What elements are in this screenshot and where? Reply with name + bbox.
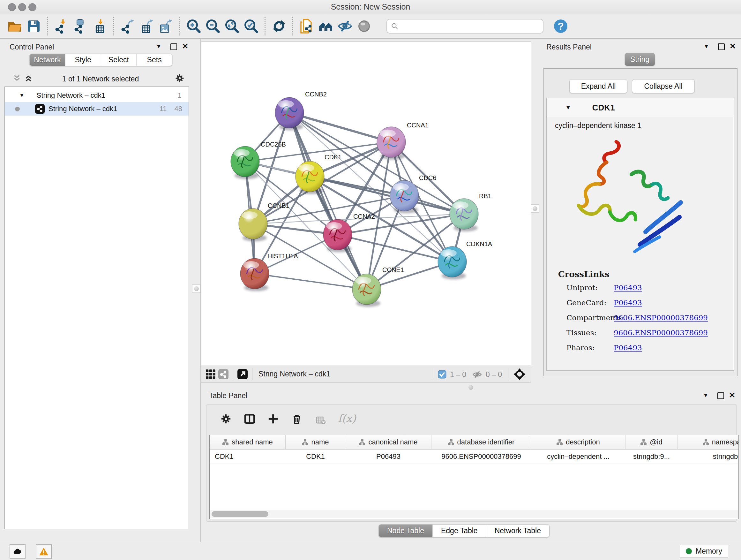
memory-button[interactable]: Memory: [680, 545, 728, 557]
tab-network[interactable]: Network: [30, 54, 65, 66]
tab-select[interactable]: Select: [101, 54, 137, 66]
export-table-icon[interactable]: [137, 16, 156, 36]
tab-network-table[interactable]: Network Table: [486, 524, 549, 537]
network-collection-row[interactable]: ▼ String Network – cdk1 1: [5, 89, 189, 102]
export-network-icon[interactable]: [118, 16, 137, 36]
scrollbar-thumb[interactable]: [212, 511, 268, 517]
node-CCNB1[interactable]: [239, 208, 267, 241]
control-panel-collapse-icon[interactable]: ▼: [156, 43, 162, 50]
table-cell[interactable]: P06493: [345, 449, 431, 463]
crosslink-value-link[interactable]: 9606.ENSP00000378699: [614, 328, 708, 337]
import-network-database-icon[interactable]: [71, 16, 90, 36]
node-CDKN1A[interactable]: [438, 246, 467, 279]
add-column-plus-icon[interactable]: [268, 414, 279, 424]
zoom-selected-icon[interactable]: [242, 16, 261, 36]
open-session-icon[interactable]: [5, 16, 24, 36]
expand-all-networks-icon[interactable]: [23, 73, 33, 83]
network-row-selected[interactable]: String Network – cdk1 11 48: [5, 102, 189, 116]
node-CDK1[interactable]: [295, 161, 324, 194]
node-CCNB2[interactable]: [275, 98, 304, 130]
tab-node-table[interactable]: Node Table: [379, 524, 433, 537]
node-CCNA2[interactable]: [323, 219, 352, 252]
show-all-houses-icon[interactable]: [316, 16, 335, 36]
table-settings-gear-icon[interactable]: [220, 414, 231, 424]
column-header-name[interactable]: name: [286, 435, 345, 449]
refresh-view-icon[interactable]: [269, 16, 288, 36]
delete-column-trash-icon[interactable]: [291, 414, 302, 424]
expand-all-button[interactable]: Expand All: [569, 79, 627, 93]
crosslink-value-link[interactable]: 9606.ENSP00000378699: [614, 314, 708, 322]
table-cell[interactable]: CDK1: [210, 449, 286, 463]
edge-CDK1-RB1[interactable]: [310, 177, 464, 214]
view-grid-icon[interactable]: [205, 369, 216, 379]
table-horizontal-scrollbar[interactable]: [210, 510, 738, 518]
column-header-sharedname[interactable]: shared name: [210, 435, 286, 449]
node-CCNE1[interactable]: [352, 274, 381, 307]
tab-sets[interactable]: Sets: [137, 54, 172, 66]
tab-edge-table[interactable]: Edge Table: [433, 524, 486, 537]
results-tab-string[interactable]: String: [625, 53, 655, 66]
birds-eye-view-icon[interactable]: [238, 369, 248, 379]
table-cell[interactable]: cyclin–dependent ...: [531, 449, 625, 463]
export-image-icon[interactable]: [156, 16, 176, 36]
edge-CCNB2-CCNA1[interactable]: [289, 113, 391, 142]
zoom-in-icon[interactable]: [184, 16, 203, 36]
import-table-file-icon[interactable]: [90, 16, 110, 36]
column-header-namespace[interactable]: namespace: [677, 435, 739, 449]
gene-collapse-triangle-icon[interactable]: ▼: [565, 104, 571, 111]
left-splitter-handle[interactable]: [192, 285, 200, 293]
column-header-databaseidentifier[interactable]: database identifier: [431, 435, 531, 449]
edge-HIST1H1A-CCNE1[interactable]: [255, 273, 367, 289]
zoom-fit-icon[interactable]: [222, 16, 242, 36]
cloud-button[interactable]: [10, 544, 25, 559]
node-CDC25B[interactable]: [231, 146, 259, 179]
collection-expand-triangle-icon[interactable]: ▼: [19, 92, 24, 99]
import-network-file-icon[interactable]: [52, 16, 71, 36]
column-header-canonicalname[interactable]: canonical name: [345, 435, 431, 449]
table-cell[interactable]: CDK1: [286, 449, 345, 463]
results-panel-close-icon[interactable]: ✕: [730, 42, 736, 51]
table-row[interactable]: CDK1CDK1P064939606.ENSP00000378699cyclin…: [210, 449, 738, 464]
table-panel-float-icon[interactable]: [718, 392, 724, 399]
hide-selected-eye-icon[interactable]: [335, 16, 354, 36]
save-session-icon[interactable]: [24, 16, 44, 36]
search-input[interactable]: [399, 22, 539, 30]
network-canvas[interactable]: CCNB2CCNA1CDC25BCDK1CDC6RB1CCNB1CCNA2CDK…: [201, 42, 531, 366]
column-header-id[interactable]: @id: [625, 435, 677, 449]
right-splitter-handle[interactable]: [531, 204, 539, 212]
collapse-all-networks-icon[interactable]: [12, 73, 22, 83]
selected-checkbox-icon[interactable]: [438, 370, 447, 379]
select-columns-icon[interactable]: [244, 414, 255, 424]
network-options-gear-icon[interactable]: [175, 73, 185, 83]
help-icon[interactable]: ?: [551, 16, 570, 36]
table-cell[interactable]: stringdb:9...: [625, 449, 677, 463]
node-HIST1H1A[interactable]: [240, 258, 269, 291]
node-CCNA1[interactable]: [377, 127, 406, 160]
crosslink-value-link[interactable]: P06493: [614, 299, 642, 307]
column-header-description[interactable]: description: [531, 435, 625, 449]
control-panel-close-icon[interactable]: ✕: [182, 42, 188, 51]
table-panel-collapse-icon[interactable]: ▼: [703, 392, 709, 399]
crosslink-value-link[interactable]: P06493: [614, 344, 642, 352]
table-panel-close-icon[interactable]: ✕: [729, 391, 735, 400]
horizontal-splitter-handle[interactable]: [468, 385, 473, 390]
center-view-crosshair-icon[interactable]: [513, 368, 526, 381]
node-RB1[interactable]: [450, 199, 478, 232]
view-string-icon[interactable]: [218, 369, 228, 379]
toolbar-search-field[interactable]: [387, 19, 543, 34]
results-panel-collapse-icon[interactable]: ▼: [703, 43, 710, 50]
hidden-eye-slash-icon[interactable]: [472, 370, 482, 379]
zoom-out-icon[interactable]: [203, 16, 222, 36]
graphics-detail-eye-icon[interactable]: [354, 16, 374, 36]
table-cell[interactable]: 9606.ENSP00000378699: [431, 449, 531, 463]
collapse-all-button[interactable]: Collapse All: [632, 79, 695, 93]
clone-network-icon[interactable]: [297, 16, 316, 36]
control-panel-float-icon[interactable]: [171, 44, 177, 50]
gene-entry-header[interactable]: ▼ CDK1: [547, 98, 734, 117]
edge-CCNB2-CCNE1[interactable]: [289, 113, 367, 289]
table-cell[interactable]: stringdb: [677, 449, 739, 463]
tab-style[interactable]: Style: [65, 54, 101, 66]
warnings-button[interactable]: [36, 544, 52, 559]
crosslink-value-link[interactable]: P06493: [614, 284, 642, 292]
results-panel-float-icon[interactable]: [718, 44, 725, 50]
